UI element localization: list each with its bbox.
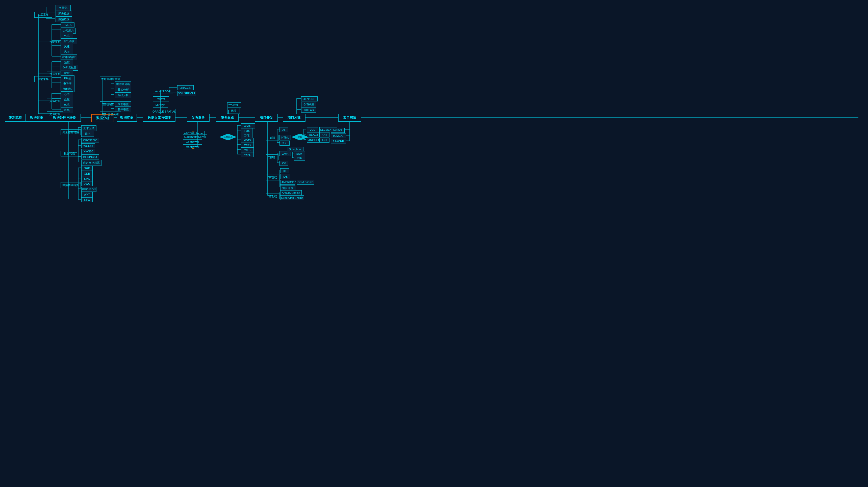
xyz-node: XYZ (241, 133, 252, 138)
connector-lines (0, 0, 868, 487)
geojson-node: GEOJSON (81, 187, 96, 192)
tongji-fx-node: 统计分类分析 (100, 111, 121, 117)
shuju-cj-node: 数据采集 (25, 114, 48, 122)
github-node: GITHUB (301, 102, 316, 107)
wendu-node: 温度 (61, 60, 73, 65)
mysql-node: MYSQL (153, 103, 168, 108)
ph-node: PH值 (61, 75, 74, 81)
shouji-node: 手机端 (266, 174, 280, 181)
main-canvas: 研发流程 数据采集 数据处理与转换 数据分析 数据汇集 数据入库与管理 发布服务… (0, 0, 868, 487)
ant2-node: ANT (319, 137, 330, 142)
ssm-node: SSM (293, 151, 305, 156)
gpx-node: GPX (81, 197, 93, 202)
wmts-node: WMTS (241, 123, 255, 128)
diandu-node: 电导率 (61, 81, 74, 87)
android-node: ANDRIOD (280, 180, 296, 185)
csharp-node: C# (279, 161, 288, 166)
zhuomian-node: 桌面端 (266, 194, 280, 199)
ssh-node: SSH (293, 156, 305, 161)
fengxiang-node: 风向 (61, 49, 73, 55)
supermap-engine-node: SuperMap Engine (280, 195, 304, 200)
gdb-node: GDB (81, 171, 93, 176)
rengong-cj-node: 人工采集 (34, 12, 52, 18)
nginx-node: NGINX (331, 128, 345, 133)
wkt-node: WKT (81, 192, 93, 197)
kml-node: KML (81, 176, 93, 181)
wfs-node: WFS (241, 148, 254, 153)
touying-node: 投影转换 (61, 151, 78, 157)
h5-node: H5 (280, 168, 289, 173)
ant-node: ANT (319, 132, 330, 137)
huaxue-yx-node: 化学需氧量 (61, 65, 78, 71)
shuju-rk-node: 数据入库与管理 (143, 114, 176, 122)
houduan-node: 后端 (266, 155, 278, 160)
svg-text:架构: 架构 (298, 136, 302, 138)
osm-droid-node: OSM DIORD (297, 180, 314, 185)
react-node: REACT (307, 132, 321, 137)
lujing-fx-node: 路径分析 (115, 92, 131, 98)
rongyang-node: 溶解氧 (61, 86, 74, 92)
zidong-cj-node: 自动采集 (34, 76, 52, 82)
yingxiang-sj-node: 影像数据 (56, 10, 72, 17)
huishui-qy-node: 汇水区域 (81, 125, 96, 131)
css-node: CSS (279, 140, 289, 145)
xian80-node: XIAN80 (81, 149, 95, 154)
wcs-node: WCS (241, 142, 254, 148)
beijing54-node: BEIJING54 (81, 155, 99, 160)
wgs84-node: WGS84 (81, 143, 95, 149)
xueya-node: 血压 (61, 97, 73, 102)
daqi-yl-node: 大气压力 (61, 28, 76, 34)
ziwaix-node: 紫外线辐射 (61, 54, 77, 60)
jenkins-node: JENKINS (301, 96, 318, 101)
shiliang-gz-node: 矢量栅格转换 (61, 129, 81, 135)
arcgis-engine-node: ArcGIS Engine (280, 190, 302, 195)
wps-node: WPS (241, 152, 254, 157)
gitlab-node: GITLAB (301, 107, 316, 112)
jingyan-node: 径流 (81, 131, 94, 137)
huanchong-fx-node: 缓冲区分析 (115, 81, 131, 87)
xinlv-node: 心率 (61, 91, 73, 97)
sql-server-node: SQL SERVER (177, 91, 196, 96)
fuwu-jc-node: 服务集成 (216, 114, 239, 122)
kongjian-cz-node: 空间插值 (100, 101, 116, 107)
jiagou-diamond: 架构 (291, 133, 309, 141)
xiangmu-kf-node: 项目开发 (255, 114, 278, 122)
html-node: HTML (279, 135, 291, 140)
oracle-node: ORACLE (177, 85, 194, 90)
wms-node: WMS (241, 138, 254, 143)
apache-node: APACHE (331, 139, 346, 144)
fengsu-node: 风速 (61, 44, 73, 50)
tiwen-node: 体温 (61, 102, 73, 108)
oracle-sp-node: ORACLE SPATIAL (153, 109, 176, 114)
dwg-node: DWG (81, 181, 93, 186)
fabu-fw-node: 发布服务 (187, 114, 210, 122)
arcgis-sde-node: ArcGIS SDE (153, 89, 173, 94)
portal-node: Portal (227, 102, 241, 107)
zidingyi-zb-node: 自定义坐标系 (81, 160, 101, 166)
xiangmu-bs-node: 项目部署 (338, 114, 361, 122)
jiaotong-sj-node: 交通数据 (47, 111, 63, 117)
tms-node: TMS (241, 128, 252, 133)
tomcat-node: TOMCAT (331, 133, 346, 138)
kongqi-sd-node: 空气湿度 (61, 38, 77, 44)
nongdu-node: 浓度 (61, 70, 73, 76)
shiliang-hua-node: 矢量化 (56, 5, 71, 11)
qiwen-node: 气温 (61, 33, 73, 39)
vue-node: VUE (307, 127, 318, 132)
hangpai-sj-node: 航拍数据 (56, 17, 72, 22)
daili-node: 代理 (227, 108, 240, 114)
ios-node: IOS (280, 174, 290, 179)
shuju-gs-node: 数据格式转换 (61, 182, 81, 188)
svg-text:地图服务: 地图服务 (223, 136, 232, 138)
postgis-node: PostGIS (153, 96, 169, 101)
js-node: JS (279, 127, 288, 132)
geoserver-node: GeoServer (183, 139, 202, 144)
java-node: JAVA (279, 151, 291, 156)
qianduan-node: 前端 (266, 135, 278, 141)
pm25-node: PM2.5 (61, 23, 74, 28)
shp-node: SHP (81, 166, 93, 171)
mapserver-node: MapServer (183, 144, 202, 150)
diejia-fx-node: 叠加分析 (115, 87, 131, 93)
cgcs2000-node: CGCS2000 (81, 138, 99, 143)
yanfa-node: 研发流程 (5, 114, 25, 122)
